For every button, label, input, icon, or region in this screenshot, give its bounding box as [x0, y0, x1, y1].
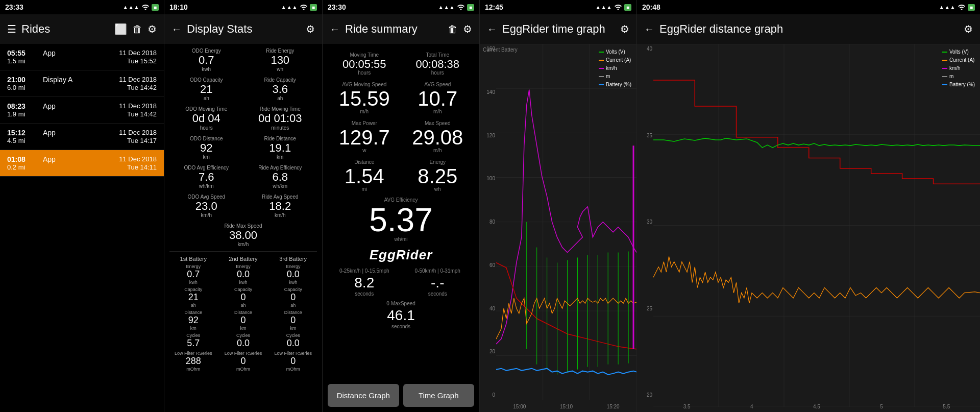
status-time-4: 12:45 [485, 3, 503, 11]
ride-item-5[interactable]: 01:08 App 11 Dec 2018 0.2 mi Tue 14:11 [0, 150, 164, 177]
settings-icon-4[interactable]: ⚙ [620, 23, 629, 35]
ride-energy-value: 130 [246, 54, 315, 66]
accel1-label: 0-25km/h | 0-15.5mph [330, 268, 399, 274]
graph-btn-row: Distance Graph Time Graph [323, 379, 479, 412]
avg-efficiency-unit: wh/mi [328, 236, 474, 242]
stats-row-energy: ODO Energy 0.7 kwh Ride Energy 130 wh [169, 47, 317, 73]
summary-content: Moving Time 00:05:55 hours Total Time 00… [323, 44, 479, 379]
ride-capacity-label: Ride Capacity [246, 77, 315, 83]
ride-item-1[interactable]: 05:55 App 11 Dec 2018 1.5 mi Tue 15:52 [0, 44, 164, 70]
accel2-value: -.- [403, 275, 473, 291]
ride-date-4: 11 Dec 2018 [90, 129, 157, 137]
ride-avg-speed-block: Ride Avg Speed 18.2 km/h [243, 193, 317, 219]
menu-icon[interactable]: ☰ [7, 23, 16, 35]
status-icons-4: ▲▲▲ ■ [595, 4, 631, 11]
b1-capacity: Capacity 21 ah [169, 287, 217, 308]
rides-list: 05:55 App 11 Dec 2018 1.5 mi Tue 15:52 2… [0, 44, 164, 412]
ride-dist-3: 1.9 mi [7, 110, 43, 118]
top-bar-5: ← EggRider distance graph ⚙ [637, 14, 980, 44]
odo-moving-time-label: ODO Moving Time [172, 106, 241, 112]
total-time-unit: hours [403, 70, 473, 76]
display-stats-panel: 18:10 ▲▲▲ ■ ← Display Stats ⚙ ODO Energy… [164, 0, 323, 412]
ride-energy-label: Ride Energy [246, 48, 315, 54]
status-icons-1: ▲▲▲ ■ [122, 4, 159, 11]
avg-moving-speed-label: AVG Moving Speed [330, 82, 399, 87]
moving-time-value: 00:05:55 [330, 59, 399, 70]
ride-summary-panel: 23:30 ▲▲▲ ■ ← Ride summary 🗑 ⚙ Moving Ti… [323, 0, 480, 412]
back-icon-3[interactable]: ← [330, 23, 340, 35]
max-speed-accel-block: 0-MaxSpeed 46.1 seconds [328, 299, 474, 331]
ride-distance-value: 19.1 [246, 142, 315, 154]
time-graph-button[interactable]: Time Graph [403, 384, 475, 407]
time-graph-area: 160 140 120 100 80 60 40 20 0 15:00 15:1… [480, 44, 636, 412]
rides-panel: 23:33 ▲▲▲ ■ ☰ Rides ⬜ 🗑 ⚙ 05:55 App 11 D… [0, 0, 164, 412]
ride-moving-time-value: 0d 01:03 [246, 112, 315, 125]
max-speed-accel-label: 0-MaxSpeed [330, 301, 472, 306]
ride-distance-block: Ride Distance 19.1 km [243, 135, 317, 161]
settings-icon-3[interactable]: ⚙ [463, 23, 472, 35]
ride-item-2[interactable]: 21:00 Display A 11 Dec 2018 6.0 mi Tue 1… [0, 70, 164, 97]
signal-icon-3: ▲▲▲ [438, 4, 455, 10]
stats-row-capacity: ODO Capacity 21 ah Ride Capacity 3.6 ah [169, 76, 317, 102]
status-bar-2: 18:10 ▲▲▲ ■ [164, 0, 322, 14]
energy-value: 8.25 [403, 166, 473, 186]
back-icon-4[interactable]: ← [487, 23, 497, 35]
distance-graph-area: 40 35 30 25 20 3.5 4 4.5 5 5.5 Volts (V)… [637, 44, 980, 412]
ride-item-4[interactable]: 15:12 App 11 Dec 2018 4.5 mi Tue 14:17 [0, 124, 164, 150]
ride-moving-time-block: Ride Moving Time 0d 01:03 minutes [243, 105, 317, 131]
b1-cycles: Cycles 5.7 [169, 333, 217, 349]
odo-avg-speed-label: ODO Avg Speed [172, 194, 241, 200]
accel1-unit: seconds [330, 291, 399, 297]
top-bar-2: ← Display Stats ⚙ [164, 14, 322, 44]
status-bar-4: 12:45 ▲▲▲ ■ [480, 0, 636, 14]
current-battery-label: Current Battery [483, 47, 518, 53]
energy-unit: wh [403, 186, 473, 192]
status-icons-5: ▲▲▲ ■ [939, 4, 975, 11]
energy-label: Energy [403, 159, 473, 165]
battery-section: 1st Battery Energy 0.7 kwh Capacity 21 a… [169, 256, 317, 374]
ride-summary-title: Ride summary [345, 22, 443, 36]
settings-icon-2[interactable]: ⚙ [306, 23, 315, 35]
distance-graph-button[interactable]: Distance Graph [328, 384, 399, 407]
ride-source-1: App [43, 49, 90, 57]
ride-capacity-unit: ah [246, 95, 315, 101]
stats-divider [169, 251, 317, 252]
ride-item-3[interactable]: 08:23 App 11 Dec 2018 1.9 mi Tue 14:42 [0, 97, 164, 124]
status-icons-2: ▲▲▲ ■ [281, 4, 317, 11]
ride-source-5: App [43, 155, 90, 163]
max-power-block: Max Power 129.7 w [328, 117, 401, 156]
delete-icon-3[interactable]: 🗑 [448, 23, 458, 35]
battery-icon-4: ■ [624, 4, 631, 11]
settings-icon-5[interactable]: ⚙ [964, 23, 973, 35]
odo-avg-eff-unit: wh/km [172, 183, 241, 189]
b2-low-filter: Low Filter RSeries 0 mOhm [219, 351, 267, 372]
top-bar-3: ← Ride summary 🗑 ⚙ [323, 14, 479, 44]
delete-icon[interactable]: 🗑 [132, 23, 142, 35]
ride-day-3: Tue 14:42 [90, 110, 157, 118]
ride-day-1: Tue 15:52 [90, 57, 157, 65]
ride-avg-eff-label: Ride Avg Efficiency [246, 165, 315, 171]
wifi-icon-3 [457, 4, 465, 11]
time-graph-panel: 12:45 ▲▲▲ ■ ← EggRider time graph ⚙ 160 … [480, 0, 637, 412]
accel2-label: 0-50km/h | 0-31mph [403, 268, 473, 274]
odo-capacity-value: 21 [172, 83, 241, 95]
b3-distance: Distance 0 km [269, 310, 317, 331]
max-speed-accel-value: 46.1 [330, 307, 472, 324]
avg-efficiency-block: AVG Efficiency 5.37 wh/mi [328, 195, 474, 244]
status-time-5: 20:48 [642, 3, 660, 11]
status-bar-1: 23:33 ▲▲▲ ■ [0, 0, 164, 14]
ride-avg-speed-unit: km/h [246, 212, 315, 218]
screenshot-icon[interactable]: ⬜ [114, 23, 127, 35]
odo-avg-eff-value: 7.6 [172, 171, 241, 183]
signal-icon-1: ▲▲▲ [122, 4, 139, 10]
ride-date-2: 11 Dec 2018 [90, 76, 157, 84]
ride-day-2: Tue 14:42 [90, 84, 157, 91]
odo-distance-block: ODO Distance 92 km [169, 135, 243, 161]
ride-dist-4: 4.5 mi [7, 137, 43, 144]
max-speed-value: 29.08 [403, 127, 473, 148]
top-bar-1: ☰ Rides ⬜ 🗑 ⚙ [0, 14, 164, 44]
back-icon-2[interactable]: ← [172, 23, 182, 35]
settings-icon-1[interactable]: ⚙ [148, 23, 157, 35]
battery-icon-1: ■ [152, 4, 159, 11]
back-icon-5[interactable]: ← [644, 23, 654, 35]
